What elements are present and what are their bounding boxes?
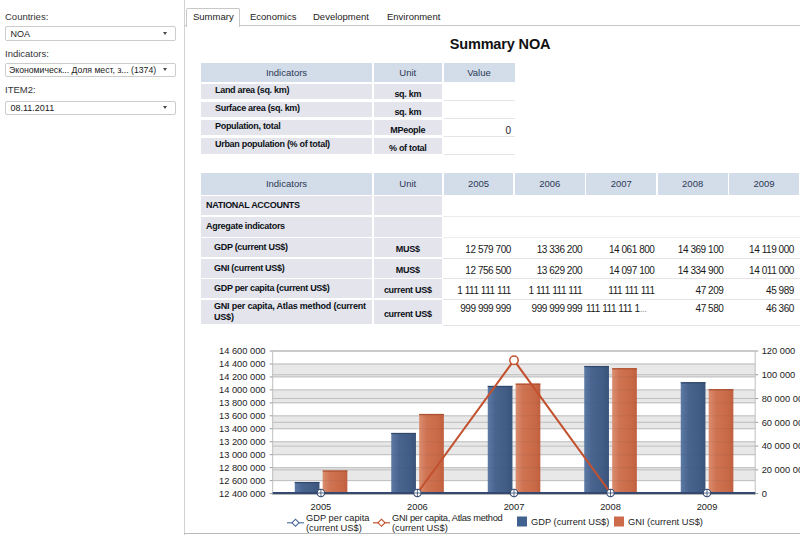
svg-text:40 000 00: 40 000 00 bbox=[762, 441, 800, 451]
svg-text:14 600 000: 14 600 000 bbox=[219, 346, 266, 356]
svg-text:100 000: 100 000 bbox=[762, 370, 796, 380]
svg-text:(current US$): (current US$) bbox=[306, 523, 362, 533]
svg-text:14 400 000: 14 400 000 bbox=[219, 359, 266, 369]
svg-text:13 000 000: 13 000 000 bbox=[219, 450, 266, 460]
svg-text:2007: 2007 bbox=[504, 502, 525, 512]
svg-text:13 600 000: 13 600 000 bbox=[219, 411, 266, 421]
svg-text:2006: 2006 bbox=[407, 502, 428, 512]
svg-text:13 800 000: 13 800 000 bbox=[219, 398, 266, 408]
svg-text:(current US$): (current US$) bbox=[392, 523, 448, 533]
svg-text:GDP per capita: GDP per capita bbox=[306, 513, 370, 523]
svg-text:2008: 2008 bbox=[600, 502, 621, 512]
svg-text:12 800 000: 12 800 000 bbox=[219, 463, 266, 473]
svg-text:GNI per capita, Atlas method: GNI per capita, Atlas method bbox=[392, 513, 503, 523]
svg-text:14 000 000: 14 000 000 bbox=[219, 385, 266, 395]
svg-text:13 200 000: 13 200 000 bbox=[219, 437, 266, 447]
svg-text:2005: 2005 bbox=[311, 502, 332, 512]
svg-text:60 000 00: 60 000 00 bbox=[762, 418, 800, 428]
svg-text:12 600 000: 12 600 000 bbox=[219, 476, 266, 486]
svg-text:120 000: 120 000 bbox=[762, 346, 796, 356]
svg-text:20 000 00: 20 000 00 bbox=[762, 465, 800, 475]
svg-text:0: 0 bbox=[762, 489, 767, 499]
svg-text:13 400 000: 13 400 000 bbox=[219, 424, 266, 434]
svg-text:14 200 000: 14 200 000 bbox=[219, 372, 266, 382]
svg-text:GNI (current US$): GNI (current US$) bbox=[628, 517, 703, 527]
svg-text:GDP (current US$): GDP (current US$) bbox=[531, 517, 609, 527]
svg-text:80 000 00: 80 000 00 bbox=[762, 394, 800, 404]
svg-text:2009: 2009 bbox=[697, 502, 718, 512]
svg-text:12 400 000: 12 400 000 bbox=[219, 489, 266, 499]
